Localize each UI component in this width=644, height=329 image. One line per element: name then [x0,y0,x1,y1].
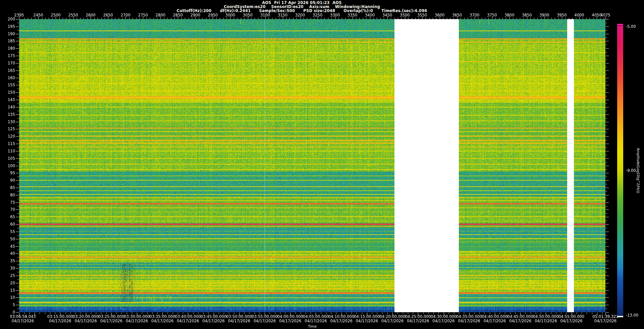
bottom-axis-label: 04:55:00.00004/17/2026 [553,315,590,323]
top-axis-label: 3500 [395,13,415,17]
left-axis-label: 85 [2,186,15,190]
top-axis-label: 3150 [273,13,293,17]
top-axis-label: 2700 [115,13,136,17]
colorbar-bottom-cap [617,316,623,317]
top-axis-label: 3350 [342,13,363,17]
left-axis-label: 55 [2,230,15,234]
top-axis-label: 2450 [28,13,48,17]
time-axis-title: Time [19,324,605,328]
top-axis-label: 3750 [482,13,502,17]
top-axis-label: 3250 [308,13,328,17]
top-axis-label: 3850 [517,13,537,17]
top-axis-label: 2550 [63,13,83,17]
left-axis-label: 40 [2,251,15,255]
left-axis-label: 60 [2,222,15,226]
left-axis-label: 125 [2,127,15,131]
left-axis-label: 190 [2,32,15,36]
left-axis-label: 105 [2,156,15,160]
left-axis-label: 100 [2,164,15,168]
top-axis-label: 3950 [552,13,572,17]
left-axis-label: 165 [2,68,15,73]
top-axis-label: 2900 [185,13,205,17]
colorbar-tick-mid: -9.00 [626,168,636,173]
left-axis-label: 140 [2,105,15,109]
left-axis-label: 150 [2,90,15,94]
top-axis-label: 2850 [168,13,188,17]
top-axis-label: 2500 [46,13,66,17]
left-axis-label: 15 [2,288,15,292]
left-axis-label: 110 [2,149,15,153]
left-axis-label: 170 [2,61,15,65]
top-axis-label: 4000 [569,13,589,17]
left-axis-label: 135 [2,112,15,116]
left-axis-label: 10 [2,295,15,299]
top-axis-label: 3900 [534,13,554,17]
left-axis-label: 195 [2,25,15,29]
top-axis-label: 2950 [203,13,223,17]
left-axis-label: 95 [2,171,15,175]
left-axis-label: 65 [2,215,15,219]
left-axis-label: 145 [2,98,15,102]
left-axis-label: 160 [2,76,15,80]
left-axis-label: 70 [2,207,15,211]
left-axis-label: 180 [2,46,15,50]
top-axis-label: 3600 [430,13,450,17]
bottom-axis-date-label: 04/17/2026 [4,319,41,323]
colorbar-canvas [617,25,623,316]
left-axis-label: 50 [2,237,15,241]
top-axis-label: 3800 [499,13,520,17]
top-axis-label: 3550 [412,13,432,17]
top-axis-label: 3050 [238,13,258,17]
top-axis-label: 3000 [220,13,240,17]
colorbar-tick-max: -5.00 [626,24,636,29]
spectrogram-canvas[interactable] [19,19,605,312]
top-axis-label: 3650 [447,13,467,17]
top-axis-label: 3200 [290,13,310,17]
left-axis-label: 35 [2,259,15,263]
top-axis-label: 3300 [325,13,345,17]
left-axis-label: 45 [2,244,15,248]
left-axis-label: 5 [2,303,15,307]
top-axis-label: 3400 [360,13,380,17]
bottom-axis-date-label: 04/17/2026 [553,319,590,323]
top-axis-label: 2650 [98,13,118,17]
top-axis-label: 3700 [465,13,485,17]
bottom-axis-date-label: 04/17/2026 [587,319,624,323]
left-axis-label: 185 [2,39,15,43]
bottom-axis-label: 03:06:58.04304/17/2026 [4,315,41,323]
left-axis-label: 175 [2,54,15,58]
colorbar-title: Amplitude(Log10(g^2/Hz)) [636,25,640,316]
top-axis-label: 2600 [80,13,101,17]
top-axis-label: 4075 [595,13,615,17]
left-axis-label: 80 [2,193,15,197]
left-axis-label: 25 [2,274,15,278]
top-axis-label: 3100 [255,13,275,17]
left-axis-label: 155 [2,83,15,87]
top-axis-label: 2750 [133,13,153,17]
left-axis-label: 0 [2,310,15,314]
left-axis-label: 20 [2,281,15,285]
top-axis-label: 2800 [150,13,170,17]
left-axis-label: 115 [2,142,15,146]
top-axis-label: 3450 [377,13,397,17]
left-axis-label: 90 [2,178,15,182]
left-axis-label: 75 [2,200,15,204]
left-axis-label: 130 [2,120,15,124]
left-axis-label: 120 [2,134,15,138]
left-axis-label: 200 [2,17,15,21]
left-axis-label: 30 [2,266,15,270]
aos-spectrogram-window: AOS Fri 17 Apr 2026 05:01:23 AOS CoordSy… [0,0,644,329]
